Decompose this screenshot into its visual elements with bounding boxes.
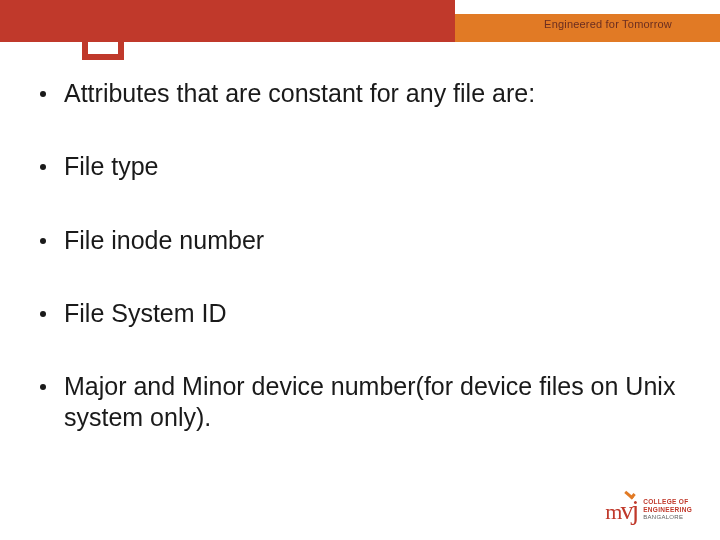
bullet-dot-icon bbox=[40, 238, 46, 244]
footer-logo: mvj COLLEGE OF ENGINEERING BANGALORE bbox=[605, 497, 692, 522]
bullet-dot-icon bbox=[40, 91, 46, 97]
bullet-dot-icon bbox=[40, 311, 46, 317]
logo-letter-v: v bbox=[620, 499, 631, 522]
logo-text-line: COLLEGE OF bbox=[643, 498, 692, 506]
logo-text-line: BANGALORE bbox=[643, 514, 692, 521]
logo-text-block: COLLEGE OF ENGINEERING BANGALORE bbox=[643, 498, 692, 521]
logo-letter-j: j bbox=[631, 497, 637, 522]
bullet-item: File System ID bbox=[40, 298, 680, 329]
logo-letter-m: m bbox=[605, 502, 620, 522]
bullet-item: Attributes that are constant for any fil… bbox=[40, 78, 680, 109]
bullet-dot-icon bbox=[40, 384, 46, 390]
logo-text-line: ENGINEERING bbox=[643, 506, 692, 514]
bullet-text: File type bbox=[64, 151, 680, 182]
bullet-item: File inode number bbox=[40, 225, 680, 256]
header-notch-icon bbox=[82, 42, 124, 60]
bullet-dot-icon bbox=[40, 164, 46, 170]
header-tagline: Engineered for Tomorrow bbox=[544, 18, 672, 30]
bullet-text: Major and Minor device number(for device… bbox=[64, 371, 680, 434]
logo-mark-icon: mvj bbox=[605, 497, 637, 522]
bullet-text: File System ID bbox=[64, 298, 680, 329]
bullet-text: File inode number bbox=[64, 225, 680, 256]
bullet-item: Major and Minor device number(for device… bbox=[40, 371, 680, 434]
bullet-text: Attributes that are constant for any fil… bbox=[64, 78, 680, 109]
slide-content: Attributes that are constant for any fil… bbox=[40, 78, 680, 476]
header-brand-block bbox=[0, 0, 455, 42]
bullet-item: File type bbox=[40, 151, 680, 182]
